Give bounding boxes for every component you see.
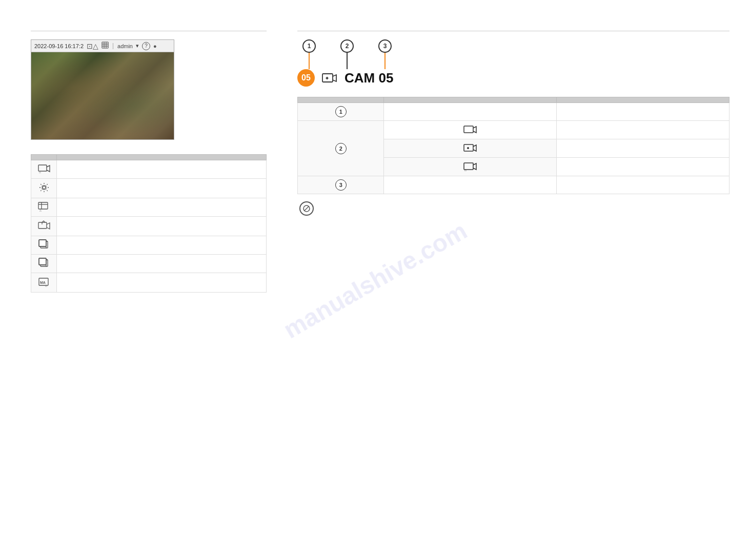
upload-icon	[38, 220, 50, 231]
left-column: 2022-09-16 16:17:2 ⊡△ admin ▾ ? ●	[31, 31, 267, 293]
table-row: MA △	[31, 273, 267, 293]
page-container: 2022-09-16 16:17:2 ⊡△ admin ▾ ? ●	[0, 0, 750, 313]
callout-1-circle: 1	[302, 39, 316, 53]
toolbar-dot-icon[interactable]: ●	[153, 43, 157, 49]
cam-add-icon	[322, 71, 337, 85]
table-row	[31, 217, 267, 236]
left-section-divider	[31, 31, 267, 31]
left-row6-label	[57, 255, 267, 273]
camera-image	[31, 52, 174, 139]
cam-basic-icon	[463, 124, 477, 134]
slash-circle-icon	[303, 205, 310, 212]
callout-3-group: 3	[378, 39, 392, 69]
right-row1-icon	[384, 103, 557, 121]
svg-rect-13	[38, 222, 47, 229]
left-row4-label	[57, 217, 267, 236]
display-icon: △	[38, 201, 50, 212]
left-table-col1-header	[31, 155, 57, 160]
cam-number-badge: 05	[297, 69, 315, 87]
left-row7-icon-cell: MA △	[31, 273, 57, 293]
svg-rect-20	[39, 258, 46, 265]
left-row3-icon-cell: △	[31, 198, 57, 217]
right-row2b-icon	[384, 139, 557, 158]
svg-text:△: △	[45, 284, 47, 287]
table-row: 1	[298, 103, 729, 121]
left-row6-icon-cell	[31, 255, 57, 273]
cam-info-row: 05 CAM 05	[297, 69, 729, 87]
right-table-col1-header	[298, 97, 384, 103]
table-row: 2	[298, 121, 729, 139]
cam-toolbar-icon2[interactable]	[102, 42, 109, 50]
left-row1-label	[57, 160, 267, 179]
camera-add-icon-svg	[322, 71, 337, 85]
svg-rect-0	[102, 42, 108, 48]
callout-row: 1 2 3	[297, 39, 729, 69]
table-row	[31, 255, 267, 273]
left-row5-icon-cell	[31, 236, 57, 255]
right-row2b-label	[557, 139, 729, 158]
right-row2a-icon	[384, 121, 557, 139]
left-row5-label	[57, 236, 267, 255]
ma-icon: MA △	[38, 276, 50, 287]
right-table: 1 2	[297, 97, 729, 194]
left-row2-label	[57, 179, 267, 198]
svg-rect-30	[464, 126, 473, 133]
toolbar-admin-label: admin	[117, 43, 133, 49]
right-section-divider	[297, 31, 729, 31]
callout-2-line	[347, 53, 348, 69]
camera-timestamp: 2022-09-16 16:17:2	[34, 43, 84, 49]
left-table: △	[31, 154, 267, 293]
left-row4-icon-cell	[31, 217, 57, 236]
right-row3-label	[557, 176, 729, 194]
callout-2-group: 2	[340, 39, 354, 69]
right-row2c-label	[557, 158, 729, 176]
camera-viewer: 2022-09-16 16:17:2 ⊡△ admin ▾ ? ●	[31, 39, 174, 140]
right-table-col2-header	[384, 97, 557, 103]
left-row3-label	[57, 198, 267, 217]
left-table-col2-header	[57, 155, 267, 160]
callout-3-circle: 3	[378, 39, 392, 53]
copy-icon1	[38, 239, 50, 250]
camera-toolbar: 2022-09-16 16:17:2 ⊡△ admin ▾ ? ●	[31, 40, 174, 52]
right-row2c-icon: △	[384, 158, 557, 176]
cam-add-icon-small	[463, 142, 477, 153]
svg-rect-15	[39, 240, 46, 246]
svg-text:△: △	[39, 209, 42, 212]
right-row2a-label	[557, 121, 729, 139]
callout-1-group: 1	[302, 39, 316, 69]
svg-point-7	[43, 186, 46, 189]
note-area	[297, 201, 729, 216]
right-row1-label	[557, 103, 729, 121]
right-table-col3-header	[557, 97, 729, 103]
cam-title: CAM 05	[344, 70, 393, 86]
left-row1-icon-cell: △	[31, 160, 57, 179]
toolbar-separator	[113, 43, 113, 49]
table-row	[31, 236, 267, 255]
callout-2-circle: 2	[340, 39, 354, 53]
toolbar-dropdown-arrow[interactable]: ▾	[136, 43, 139, 49]
toolbar-help-icon[interactable]: ?	[142, 42, 150, 50]
table-row: △	[31, 198, 267, 217]
left-row2-icon-cell	[31, 179, 57, 198]
diagram-area: 1 2 3 05	[297, 39, 729, 87]
svg-text:△: △	[464, 168, 467, 171]
right-row3-icon	[384, 176, 557, 194]
callout-1-line	[309, 53, 310, 69]
cam-triangle-icon: △	[463, 161, 477, 171]
svg-text:△: △	[39, 170, 41, 173]
right-column: 1 2 3 05	[297, 31, 729, 293]
live-view-icon: △	[38, 163, 50, 174]
settings-icon	[38, 182, 50, 193]
svg-line-37	[305, 206, 309, 211]
copy-icon2	[38, 258, 50, 268]
right-row1-num: 1	[298, 103, 384, 121]
note-icon	[299, 201, 314, 216]
right-row2-num: 2	[298, 121, 384, 176]
left-row7-label	[57, 273, 267, 293]
table-row: △	[31, 160, 267, 179]
table-row: 3	[298, 176, 729, 194]
callout-3-line	[384, 53, 386, 69]
cam-toolbar-icon1[interactable]: ⊡△	[87, 42, 98, 50]
table-row	[31, 179, 267, 198]
right-row3-num: 3	[298, 176, 384, 194]
